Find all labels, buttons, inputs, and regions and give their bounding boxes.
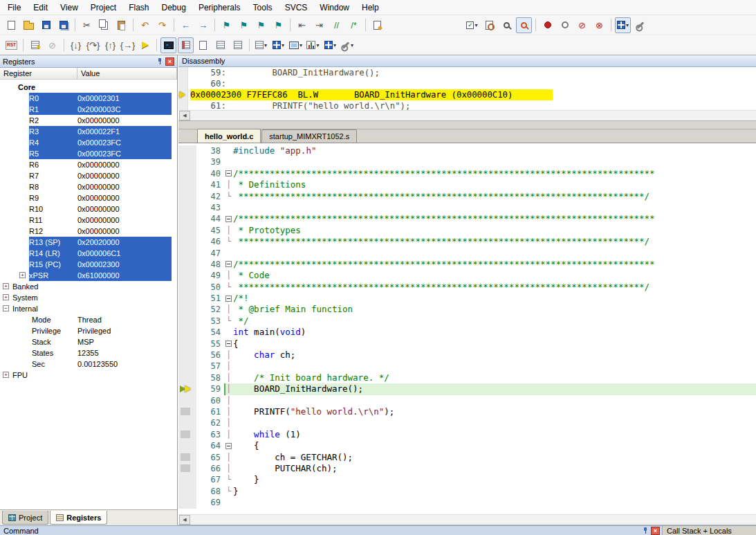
save-button[interactable] — [38, 17, 54, 33]
register-row-xpsr[interactable]: +xPSR0x61000000 — [0, 270, 177, 281]
code-line-62[interactable]: 62│ — [178, 417, 756, 428]
fold-collapse-icon[interactable] — [224, 168, 233, 179]
code-line-50[interactable]: 50└ ************************************… — [178, 282, 756, 293]
find-button[interactable] — [499, 17, 515, 33]
toolbox-dropdown[interactable]: ▾ — [340, 37, 356, 53]
editor-margin[interactable] — [178, 486, 196, 497]
call-stack-window-button[interactable] — [230, 37, 246, 53]
code-line-41[interactable]: 41│ * Definitions — [178, 179, 756, 190]
menu-item-window[interactable]: Window — [313, 1, 356, 15]
code-line-47[interactable]: 47 — [178, 248, 756, 259]
registers-window-button[interactable] — [212, 37, 228, 53]
fold-collapse-icon[interactable] — [224, 440, 233, 451]
register-row-states[interactable]: States12355 — [0, 347, 177, 359]
callstack-panel-titlebar[interactable]: Call Stack + Locals — [662, 526, 756, 535]
code-line-61[interactable]: 61│ PRINTF("hello world.\r\n"); — [178, 406, 756, 417]
code-line-65[interactable]: 65│ ch = GETCHAR(); — [178, 452, 756, 463]
options-checkbox-dropdown[interactable]: ▾ — [464, 17, 480, 33]
code-line-60[interactable]: 60│ — [178, 395, 756, 406]
command-window-titlebar[interactable]: Command — [0, 527, 640, 535]
editor-margin[interactable] — [178, 327, 196, 338]
editor-margin[interactable] — [178, 429, 196, 440]
bookmark-clear-all-button[interactable]: ⚑ — [270, 17, 286, 33]
code-editor[interactable]: 38#include "app.h"3940/*****************… — [178, 143, 756, 514]
scroll-left-icon[interactable] — [179, 111, 190, 120]
register-row-r5[interactable]: R50x000023FC — [0, 148, 177, 159]
editor-margin[interactable] — [178, 406, 196, 417]
code-line-52[interactable]: 52│ * @brief Main function — [178, 304, 756, 315]
expander-icon[interactable]: + — [3, 372, 9, 378]
code-line-53[interactable]: 53└ */ — [178, 316, 756, 327]
disassembly-line[interactable]: 0x00002300 F7FEFC86 BL.W BOARD_InitHardw… — [178, 89, 756, 100]
code-line-49[interactable]: 49│ * Code — [178, 270, 756, 281]
disassembly-window-button[interactable] — [178, 37, 194, 53]
fold-collapse-icon[interactable] — [224, 293, 233, 304]
search-highlight-button[interactable] — [516, 17, 532, 33]
register-row-r14-lr[interactable]: R14 (LR)0x000006C1 — [0, 248, 177, 259]
register-row-system[interactable]: +System — [0, 292, 177, 303]
editor-margin[interactable] — [178, 440, 196, 451]
menu-item-svcs[interactable]: SVCS — [279, 1, 314, 15]
editor-margin[interactable] — [178, 293, 196, 304]
code-line-67[interactable]: 67└ } — [178, 474, 756, 485]
code-line-55[interactable]: 55{ — [178, 338, 756, 350]
stop-button[interactable]: ⊘ — [44, 37, 60, 53]
code-line-66[interactable]: 66│ PUTCHAR(ch); — [178, 463, 756, 474]
code-line-57[interactable]: 57│ — [178, 361, 756, 372]
configuration-button[interactable] — [632, 17, 648, 33]
menu-item-flash[interactable]: Flash — [122, 1, 155, 15]
step-over-button[interactable]: {↷} — [85, 37, 101, 53]
step-into-button[interactable]: {↓} — [68, 37, 84, 53]
code-line-39[interactable]: 39 — [178, 156, 756, 167]
menu-item-edit[interactable]: Edit — [27, 1, 54, 15]
copy-button[interactable] — [96, 17, 112, 33]
register-row-r11[interactable]: R110x00000000 — [0, 215, 177, 226]
bookmark-previous-button[interactable]: ⚑ — [236, 17, 252, 33]
register-row-r12[interactable]: R120x00000000 — [0, 226, 177, 237]
editor-margin[interactable] — [178, 270, 196, 281]
editor-margin[interactable] — [178, 156, 196, 167]
code-line-42[interactable]: 42└ ************************************… — [178, 191, 756, 202]
register-row-banked[interactable]: +Banked — [0, 281, 177, 292]
new-file-button[interactable] — [3, 17, 19, 33]
expander-icon[interactable]: + — [19, 272, 26, 278]
register-row-r6[interactable]: R60x00000000 — [0, 159, 177, 170]
fold-collapse-icon[interactable] — [224, 338, 233, 350]
code-line-69[interactable]: 69 — [178, 497, 756, 508]
step-out-button[interactable]: {↑} — [102, 37, 118, 53]
register-row-r9[interactable]: R90x00000000 — [0, 192, 177, 203]
editor-margin[interactable] — [178, 304, 196, 315]
find-in-files-button[interactable] — [481, 17, 497, 33]
fold-collapse-icon[interactable] — [224, 259, 233, 270]
cut-button[interactable]: ✂ — [79, 17, 95, 33]
editor-margin[interactable] — [178, 248, 196, 259]
registers-panel-titlebar[interactable]: Registers — [0, 55, 177, 68]
comment-selection-button[interactable]: // — [329, 17, 344, 33]
register-row-r3[interactable]: R30x000022F1 — [0, 126, 177, 137]
fold-collapse-icon[interactable] — [224, 213, 233, 224]
editor-margin[interactable] — [178, 179, 196, 190]
editor-margin[interactable] — [178, 225, 196, 236]
editor-margin[interactable] — [178, 383, 196, 395]
watch-windows-dropdown[interactable]: ▾ — [253, 37, 269, 53]
serial-windows-dropdown[interactable]: ▾ — [288, 37, 304, 53]
disassembly-panel-titlebar[interactable]: Disassembly — [178, 55, 756, 67]
disassembly-hscrollbar[interactable] — [178, 110, 756, 121]
code-line-44[interactable]: 44/*************************************… — [178, 213, 756, 224]
register-row-internal[interactable]: −Internal — [0, 303, 177, 314]
register-row-stack[interactable]: StackMSP — [0, 336, 177, 347]
panel-splitter[interactable] — [178, 121, 756, 129]
editor-margin[interactable] — [178, 213, 196, 224]
tab-registers[interactable]: Registers — [50, 511, 107, 525]
expander-icon[interactable]: + — [3, 294, 9, 300]
close-icon[interactable] — [651, 527, 660, 535]
menu-item-debug[interactable]: Debug — [156, 1, 192, 15]
menu-item-view[interactable]: View — [54, 1, 84, 15]
editor-margin[interactable] — [178, 474, 196, 485]
editor-margin[interactable] — [178, 463, 196, 474]
kill-all-breakpoints-button[interactable]: ⊗ — [591, 17, 607, 33]
expander-icon[interactable]: + — [3, 283, 9, 289]
undo-button[interactable]: ↶ — [137, 17, 153, 33]
tab-project[interactable]: Project — [2, 511, 48, 525]
editor-margin[interactable] — [178, 236, 196, 247]
